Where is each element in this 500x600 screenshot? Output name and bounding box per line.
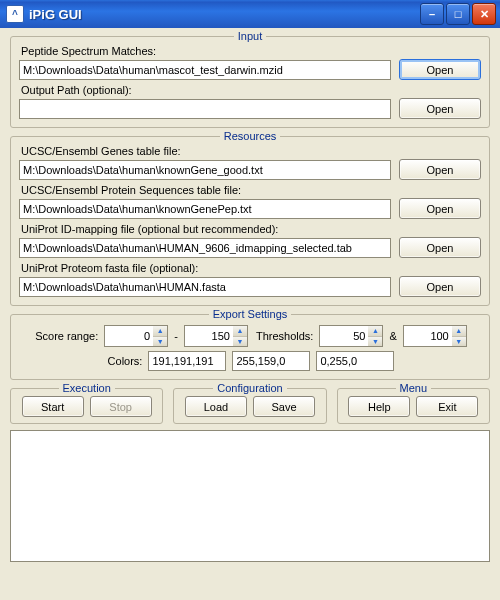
output-field[interactable] xyxy=(19,99,391,119)
color3-field[interactable] xyxy=(316,351,394,371)
dash-label: - xyxy=(174,330,178,342)
output-open-button[interactable]: Open xyxy=(399,98,481,119)
fasta-label: UniProt Proteom fasta file (optional): xyxy=(21,262,481,274)
threshold1-spinner[interactable]: ▲▼ xyxy=(319,325,383,347)
window-title: iPiG GUI xyxy=(29,7,420,22)
amp-label: & xyxy=(389,330,396,342)
button-row: Execution Start Stop Configuration Load … xyxy=(10,388,490,424)
score-max-spinner[interactable]: ▲▼ xyxy=(184,325,248,347)
export-legend: Export Settings xyxy=(11,308,489,320)
spinner-down-icon[interactable]: ▼ xyxy=(153,337,167,347)
genes-open-button[interactable]: Open xyxy=(399,159,481,180)
colors-label: Colors: xyxy=(108,355,143,367)
configuration-legend: Configuration xyxy=(174,382,325,394)
export-group: Export Settings Score range: ▲▼ - ▲▼ Thr… xyxy=(10,314,490,380)
load-button[interactable]: Load xyxy=(185,396,247,417)
start-button[interactable]: Start xyxy=(22,396,84,417)
psm-label: Peptide Spectrum Matches: xyxy=(21,45,481,57)
resources-legend: Resources xyxy=(11,130,489,142)
idmap-open-button[interactable]: Open xyxy=(399,237,481,258)
close-button[interactable]: ✕ xyxy=(472,3,496,25)
genes-label: UCSC/Ensembl Genes table file: xyxy=(21,145,481,157)
color1-field[interactable] xyxy=(148,351,226,371)
prot-label: UCSC/Ensembl Protein Sequences table fil… xyxy=(21,184,481,196)
spinner-down-icon[interactable]: ▼ xyxy=(233,337,247,347)
idmap-field[interactable] xyxy=(19,238,391,258)
score-max-input[interactable] xyxy=(185,326,233,346)
threshold2-spinner[interactable]: ▲▼ xyxy=(403,325,467,347)
menu-legend: Menu xyxy=(338,382,489,394)
threshold1-input[interactable] xyxy=(320,326,368,346)
configuration-group: Configuration Load Save xyxy=(173,388,326,424)
execution-group: Execution Start Stop xyxy=(10,388,163,424)
spinner-up-icon[interactable]: ▲ xyxy=(452,326,466,337)
spinner-up-icon[interactable]: ▲ xyxy=(368,326,382,337)
help-button[interactable]: Help xyxy=(348,396,410,417)
title-bar: ^ iPiG GUI – □ ✕ xyxy=(0,0,500,28)
thresholds-label: Thresholds: xyxy=(256,330,313,342)
fasta-field[interactable] xyxy=(19,277,391,297)
app-icon: ^ xyxy=(6,5,24,23)
window-controls: – □ ✕ xyxy=(420,3,496,25)
spinner-down-icon[interactable]: ▼ xyxy=(368,337,382,347)
exit-button[interactable]: Exit xyxy=(416,396,478,417)
resources-group: Resources UCSC/Ensembl Genes table file:… xyxy=(10,136,490,306)
client-area: Input Peptide Spectrum Matches: Open Out… xyxy=(0,28,500,572)
spinner-down-icon[interactable]: ▼ xyxy=(452,337,466,347)
input-group: Input Peptide Spectrum Matches: Open Out… xyxy=(10,36,490,128)
idmap-label: UniProt ID-mapping file (optional but re… xyxy=(21,223,481,235)
input-legend: Input xyxy=(11,30,489,42)
psm-field[interactable] xyxy=(19,60,391,80)
fasta-open-button[interactable]: Open xyxy=(399,276,481,297)
prot-field[interactable] xyxy=(19,199,391,219)
minimize-button[interactable]: – xyxy=(420,3,444,25)
menu-group: Menu Help Exit xyxy=(337,388,490,424)
color2-field[interactable] xyxy=(232,351,310,371)
threshold2-input[interactable] xyxy=(404,326,452,346)
save-button[interactable]: Save xyxy=(253,396,315,417)
maximize-button[interactable]: □ xyxy=(446,3,470,25)
stop-button[interactable]: Stop xyxy=(90,396,152,417)
execution-legend: Execution xyxy=(11,382,162,394)
prot-open-button[interactable]: Open xyxy=(399,198,481,219)
spinner-up-icon[interactable]: ▲ xyxy=(233,326,247,337)
spinner-up-icon[interactable]: ▲ xyxy=(153,326,167,337)
genes-field[interactable] xyxy=(19,160,391,180)
score-label: Score range: xyxy=(35,330,98,342)
psm-open-button[interactable]: Open xyxy=(399,59,481,80)
score-min-input[interactable] xyxy=(105,326,153,346)
score-min-spinner[interactable]: ▲▼ xyxy=(104,325,168,347)
output-label: Output Path (optional): xyxy=(21,84,481,96)
log-textarea[interactable] xyxy=(10,430,490,562)
